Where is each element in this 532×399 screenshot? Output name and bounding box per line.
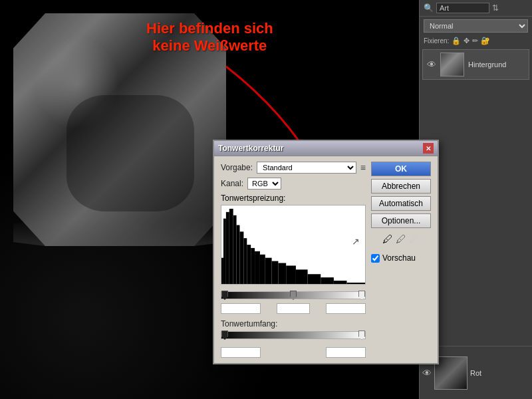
svg-rect-5 [233, 215, 237, 284]
dialog-left-panel: Vorgabe: Standard ≡ Kanal: RGB Rot Grün … [221, 162, 366, 358]
eye-icon[interactable]: 👁 [427, 59, 436, 70]
svg-rect-17 [296, 269, 308, 284]
lock2-icon: 🔐 [481, 37, 490, 45]
midpoint-value-input[interactable]: 1,00 [277, 303, 310, 314]
output-slider-track [221, 331, 366, 339]
opacity-row: Fixieren: 🔒 ✥ ✏ 🔐 [420, 35, 532, 47]
pen-icon: ✏ [472, 37, 478, 45]
cancel-button[interactable]: Abbrechen [371, 179, 431, 194]
output-white-handle[interactable] [358, 331, 365, 340]
gray-eyedropper-icon[interactable]: 🖊 [396, 233, 406, 245]
preset-select[interactable]: Standard [257, 162, 356, 174]
svg-rect-16 [286, 265, 296, 284]
svg-rect-9 [247, 245, 251, 284]
svg-text:↗: ↗ [352, 237, 360, 247]
histogram-svg: ↗ [221, 205, 365, 284]
output-black-handle[interactable] [221, 331, 228, 340]
svg-rect-13 [265, 258, 272, 284]
options-button[interactable]: Optionen... [371, 213, 431, 228]
white-point-handle[interactable] [358, 291, 365, 300]
layer-row[interactable]: 👁 Hintergrund [422, 49, 529, 80]
lock-icon: 🔒 [452, 37, 461, 45]
svg-rect-4 [229, 209, 233, 284]
preview-checkbox[interactable] [371, 254, 380, 263]
midpoint-handle[interactable] [290, 291, 297, 300]
panel-search-row: 🔍 ⇅ [420, 0, 532, 17]
auto-button[interactable]: Automatisch [371, 196, 431, 211]
black-eyedropper-icon[interactable]: 🖊 [382, 233, 393, 245]
dropdown-arrows: ⇅ [492, 3, 499, 13]
output-section-label: Tonwertumfang: [221, 319, 366, 329]
white-value-input[interactable]: 255 [326, 303, 366, 314]
svg-rect-2 [223, 219, 226, 284]
input-slider-row [221, 287, 366, 301]
blend-mode-row: Normal [420, 17, 532, 35]
svg-rect-10 [251, 248, 255, 284]
svg-rect-19 [321, 277, 334, 284]
move-icon: ✥ [464, 37, 469, 45]
svg-rect-12 [260, 255, 265, 284]
output-value-fields: 0 255 [221, 347, 366, 358]
eyedropper-row: 🖊 🖊 🖊 [371, 233, 431, 245]
bottom-thumbnail [434, 356, 467, 390]
svg-rect-21 [347, 283, 365, 284]
svg-rect-6 [237, 225, 240, 285]
dialog-body: Vorgabe: Standard ≡ Kanal: RGB Rot Grün … [214, 156, 438, 363]
dialog-titlebar: Tonwertkorrektur ✕ [214, 141, 438, 156]
eye-icon-bottom[interactable]: 👁 [422, 368, 432, 378]
blend-mode-select[interactable]: Normal [424, 19, 528, 33]
output-slider-wrapper [221, 331, 366, 344]
svg-rect-8 [243, 238, 247, 284]
annotation-text: Hier befinden sich keine Weißwerte [146, 20, 273, 55]
svg-rect-14 [272, 261, 279, 284]
svg-rect-7 [239, 231, 243, 284]
search-icon: 🔍 [424, 3, 434, 13]
layer-name: Hintergrund [468, 61, 525, 68]
layer-thumbnail [440, 53, 464, 76]
input-slider-track [221, 291, 366, 299]
preview-row: Vorschau [371, 253, 431, 263]
svg-rect-15 [278, 263, 286, 284]
dialog-title: Tonwertkorrektur [218, 144, 283, 153]
black-point-handle[interactable] [221, 291, 228, 300]
ok-button[interactable]: OK [371, 162, 431, 176]
dialog-right-panel: OK Abbrechen Automatisch Optionen... 🖊 🖊… [371, 162, 431, 358]
svg-rect-3 [226, 212, 229, 284]
output-black-input[interactable]: 0 [221, 347, 261, 358]
svg-rect-1 [221, 258, 223, 284]
fixieren-label: Fixieren: [424, 37, 449, 45]
preset-options-icon[interactable]: ≡ [360, 162, 366, 173]
svg-rect-18 [308, 274, 321, 284]
histogram: ↗ [221, 205, 366, 285]
channel-select[interactable]: RGB Rot Grün Blau [247, 178, 281, 190]
input-section-label: Tonwertspreizung: [221, 194, 366, 203]
black-value-input[interactable]: 0 [221, 303, 261, 314]
preset-row: Vorgabe: Standard ≡ [221, 162, 366, 174]
channel-label: Kanal: [221, 179, 243, 188]
tonwertkorrektur-dialog: Tonwertkorrektur ✕ Vorgabe: Standard ≡ K… [213, 140, 439, 364]
channel-row: Kanal: RGB Rot Grün Blau [221, 178, 366, 190]
dialog-close-button[interactable]: ✕ [423, 143, 434, 154]
svg-rect-11 [255, 251, 260, 284]
input-value-fields: 0 1,00 255 [221, 303, 366, 314]
ice-reflection [13, 219, 226, 246]
preset-label: Vorgabe: [221, 163, 253, 172]
preview-label: Vorschau [382, 253, 416, 263]
output-section: Tonwertumfang: 0 255 [221, 319, 366, 358]
svg-rect-20 [334, 281, 347, 284]
white-eyedropper-icon[interactable]: 🖊 [409, 233, 420, 245]
search-input[interactable] [436, 3, 489, 13]
bottom-label: Rot [470, 369, 481, 377]
output-white-input[interactable]: 255 [326, 347, 366, 358]
